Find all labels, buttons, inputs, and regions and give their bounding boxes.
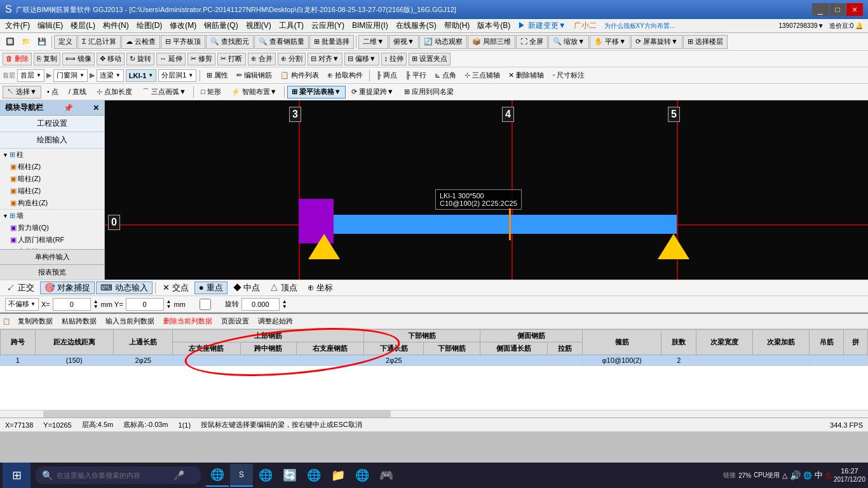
btn-new[interactable]: 🔲 <box>3 35 18 49</box>
btn-angle-point[interactable]: ⊾ 点角 <box>431 69 459 82</box>
menu-floor[interactable]: 楼层(L) <box>67 19 99 32</box>
taskbar-app-refresh[interactable]: 🔄 <box>278 464 301 487</box>
cell-misc[interactable] <box>844 355 868 366</box>
sidebar-item-dark-column[interactable]: ▣ 暗柱(Z) <box>0 173 104 185</box>
btn-calc[interactable]: Σ 汇总计算 <box>78 35 121 49</box>
id-dropdown[interactable]: LKl-1 ▼ <box>126 69 156 82</box>
btn-align-slab[interactable]: ⊟ 平齐板顶 <box>161 35 205 49</box>
menu-component[interactable]: 构件(N) <box>99 19 133 32</box>
btn-component-list[interactable]: 📋 构件列表 <box>277 69 322 82</box>
tray-network[interactable]: 🌐 <box>803 471 812 480</box>
btn-snap-vertex[interactable]: △ 顶点 <box>266 281 302 294</box>
btn-trim[interactable]: ✂ 修剪 <box>187 53 215 65</box>
rebar-table-container[interactable]: 跨号 距左边线距离 上通长筋 上部钢筋 下部钢筋 侧面钢筋 箍筋 肢数 次梁宽度… <box>0 329 868 410</box>
btn-view-rebar[interactable]: 🔍 查看钢筋量 <box>254 35 309 49</box>
btn-dynamic-input[interactable]: ⌨ 动态输入 <box>96 281 153 294</box>
tray-clock[interactable]: 16:27 2017/12/20 <box>834 467 865 483</box>
offset-dropdown[interactable]: 不偏移 ▼ <box>5 298 39 311</box>
menu-help[interactable]: 帮助(H) <box>440 19 474 32</box>
sidebar-item-frame-column[interactable]: ▣ 框柱(Z) <box>0 161 104 173</box>
table-scrollbar[interactable] <box>0 410 868 417</box>
menu-online[interactable]: 在线服务(S) <box>392 19 440 32</box>
menu-view[interactable]: 视图(V) <box>242 19 275 32</box>
taskbar-app-ie[interactable]: 🌐 <box>254 464 277 487</box>
btn-batch-select[interactable]: ⊞ 批量选择 <box>309 35 354 49</box>
layer-dropdown[interactable]: 分层洞1 ▼ <box>158 69 196 82</box>
x-input[interactable] <box>53 298 91 311</box>
btn-apply-same[interactable]: ⊞ 应用到同名梁 <box>400 86 458 98</box>
menu-gxiao[interactable]: 广小二 <box>570 19 600 32</box>
search-input[interactable] <box>57 471 171 479</box>
cell-distance[interactable]: (150) <box>35 355 113 366</box>
menu-tools[interactable]: 工具(T) <box>275 19 308 32</box>
close-btn[interactable]: × <box>846 3 863 16</box>
btn-adjust-span[interactable]: 调整起始跨 <box>254 315 297 328</box>
btn-rect[interactable]: □ 矩形 <box>196 86 226 98</box>
btn-page-setup[interactable]: 页面设置 <box>217 315 253 328</box>
rotate-input[interactable] <box>241 298 280 311</box>
taskbar-app-ie2[interactable]: 🌐 <box>351 464 374 487</box>
menu-cloud[interactable]: 云应用(Y) <box>308 19 348 32</box>
btn-parallel[interactable]: ╟ 平行 <box>402 69 430 82</box>
menu-version[interactable]: 版本号(B) <box>473 19 514 32</box>
sidebar-close[interactable]: ✕ <box>93 104 99 112</box>
btn-rotate[interactable]: ↻ 旋转 <box>126 53 154 65</box>
menu-modify[interactable]: 修改(M) <box>166 19 200 32</box>
btn-smart-place[interactable]: ⚡ 智能布置▼ <box>227 86 281 98</box>
btn-pick-component[interactable]: ⊕ 拾取构件 <box>324 69 366 82</box>
btn-paste-span[interactable]: 粘贴跨数据 <box>58 315 100 328</box>
btn-align[interactable]: ⊟ 对齐▼ <box>308 53 342 65</box>
btn-merge[interactable]: ⊕ 合并 <box>248 53 276 65</box>
type-dropdown[interactable]: 连梁 ▼ <box>97 69 124 82</box>
cell-sec-add[interactable] <box>752 355 809 366</box>
menu-faq[interactable]: 为什么筏板XY方向布置... <box>600 20 679 32</box>
btn-delete-axis[interactable]: ✕ 删除辅轴 <box>505 69 547 82</box>
cell-stirrup[interactable]: φ10@100(2) <box>582 355 661 366</box>
sidebar-pin[interactable]: 📌 <box>64 104 73 112</box>
taskbar-app-ggj[interactable]: S <box>230 464 253 487</box>
window-controls[interactable]: _ □ × <box>812 3 863 16</box>
up-down-x[interactable]: ▲▼ <box>93 299 98 309</box>
btn-delete[interactable]: 🗑 删除 <box>3 53 32 65</box>
btn-line[interactable]: / 直线 <box>64 86 91 98</box>
btn-dynamic-view[interactable]: 🔄 动态观察 <box>419 35 467 49</box>
cell-right-support[interactable] <box>297 355 364 366</box>
btn-point[interactable]: • 点 <box>43 86 63 98</box>
btn-input-current[interactable]: 输入当前列数据 <box>102 315 158 328</box>
taskbar-app-edge[interactable]: 🌐 <box>302 464 325 487</box>
sidebar-item-end-column[interactable]: ▣ 端柱(Z) <box>0 185 104 197</box>
btn-copy[interactable]: ⎘ 复制 <box>34 53 60 65</box>
btn-object-snap[interactable]: 🎯 对象捕捉 <box>40 281 95 294</box>
sidebar-item-civil-defense[interactable]: ▣ 人防门框墙(RF <box>0 234 104 246</box>
up-down-rot[interactable]: ▲▼ <box>282 299 287 309</box>
cell-bottom-detail[interactable] <box>424 355 480 366</box>
tray-up-arrow[interactable]: △ <box>782 471 787 480</box>
btn-2d[interactable]: 二维▼ <box>358 35 388 49</box>
btn-dimension[interactable]: ◦ 尺寸标注 <box>549 69 588 82</box>
btn-find[interactable]: 🔍 查找图元 <box>206 35 254 49</box>
menu-rebar[interactable]: 钢筋量(Q) <box>200 19 241 32</box>
btn-orthogonal[interactable]: ↙ 正交 <box>3 281 39 294</box>
maximize-btn[interactable]: □ <box>829 3 846 16</box>
taskbar-app-folder[interactable]: 📁 <box>327 464 349 487</box>
cell-hanger[interactable] <box>809 355 844 366</box>
menu-edit[interactable]: 编辑(E) <box>34 19 67 32</box>
btn-snap-intersection[interactable]: ✕ 交点 <box>158 281 193 294</box>
btn-report-preview[interactable]: 报表预览 <box>0 265 104 280</box>
menu-bim[interactable]: BIM应用(I) <box>348 19 392 32</box>
btn-properties[interactable]: ⊞ 属性 <box>203 69 231 82</box>
btn-stretch[interactable]: ↕ 拉伸 <box>381 53 407 65</box>
taskbar-app-game[interactable]: 🎮 <box>375 464 398 487</box>
cell-legs[interactable]: 2 <box>661 355 696 366</box>
btn-re-extract[interactable]: ⟳ 重提梁跨▼ <box>347 86 398 98</box>
menu-newchange[interactable]: ▶ 新建变更▼ <box>514 19 569 32</box>
btn-offset[interactable]: ⊟ 偏移▼ <box>344 53 379 65</box>
btn-cloud-check[interactable]: ☁ 云检查 <box>121 35 160 49</box>
btn-two-points[interactable]: ╟ 两点 <box>373 69 400 82</box>
component-dropdown[interactable]: 门窗洞 ▼ <box>53 69 88 82</box>
btn-delete-current[interactable]: 删除当前列数据 <box>159 315 216 328</box>
btn-break[interactable]: ✂ 打断 <box>217 53 245 65</box>
minimize-btn[interactable]: _ <box>812 3 829 16</box>
scrollbar-thumb[interactable] <box>43 410 390 417</box>
cell-top-long[interactable]: 2φ25 <box>113 355 173 366</box>
